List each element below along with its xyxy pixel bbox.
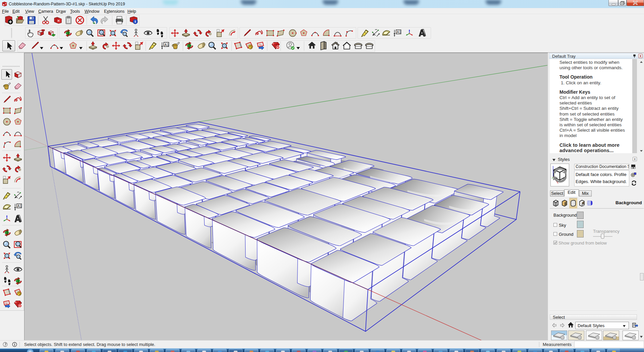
svg-text:A1: A1 bbox=[396, 30, 401, 34]
svg-text:A1: A1 bbox=[164, 43, 169, 47]
svg-text:A1: A1 bbox=[17, 204, 21, 208]
